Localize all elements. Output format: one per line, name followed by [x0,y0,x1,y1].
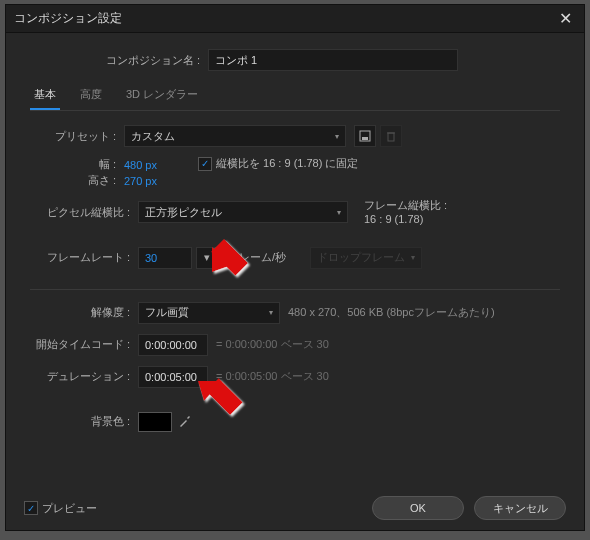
preset-dropdown[interactable]: カスタム ▾ [124,125,346,147]
duration-note: = 0:00:05:00 ベース 30 [216,369,329,384]
dialog: コンポジション設定 ✕ コンポジション名 : 基本 高度 3D レンダラー プリ… [5,4,585,531]
bgcolor-label: 背景色 : [30,414,130,429]
width-label: 幅 : [52,157,116,172]
tab-basic[interactable]: 基本 [30,81,60,110]
preview-label: プレビュー [42,501,97,516]
tabs: 基本 高度 3D レンダラー [30,81,560,111]
height-value[interactable]: 270 [124,175,142,187]
lock-aspect-check[interactable]: 縦横比を 16 : 9 (1.78) に固定 [198,156,358,171]
width-value[interactable]: 480 [124,159,142,171]
preset-value: カスタム [131,129,175,144]
titlebar: コンポジション設定 ✕ [6,5,584,33]
tab-advanced[interactable]: 高度 [76,81,106,110]
checkbox-lock-aspect[interactable] [198,157,212,171]
duration-label: デュレーション : [30,369,130,384]
dialog-title: コンポジション設定 [14,10,122,27]
checkbox-preview[interactable] [24,501,38,515]
resolution-dropdown[interactable]: フル画質 ▾ [138,302,280,324]
resolution-note: 480 x 270、506 KB (8bpcフレームあたり) [288,305,495,320]
framerate-note: フレーム/秒 [228,250,286,265]
close-icon[interactable]: ✕ [555,9,576,28]
duration-input[interactable] [138,366,208,388]
frame-aspect-label: フレーム縦横比 : [364,198,447,212]
dropframe-value: ドロップフレーム [317,250,405,265]
framerate-stepper[interactable]: ▾ [196,247,218,269]
comp-name-input[interactable] [208,49,458,71]
resolution-value: フル画質 [145,305,189,320]
pixel-aspect-label: ピクセル縦横比 : [30,205,130,220]
framerate-label: フレームレート : [30,250,130,265]
chevron-down-icon: ▾ [411,253,415,262]
start-tc-label: 開始タイムコード : [30,337,130,352]
lock-aspect-label: 縦横比を 16 : 9 (1.78) に固定 [216,156,358,171]
eyedropper-icon[interactable] [178,414,192,430]
pixel-aspect-dropdown[interactable]: 正方形ピクセル ▾ [138,201,348,223]
tab-renderer[interactable]: 3D レンダラー [122,81,202,110]
start-tc-input[interactable] [138,334,208,356]
height-label: 高さ : [52,173,116,188]
dropframe-dropdown: ドロップフレーム ▾ [310,247,422,269]
framerate-input[interactable] [138,247,192,269]
svg-rect-2 [388,133,394,141]
chevron-down-icon: ▾ [269,308,273,317]
start-tc-note: = 0:00:00:00 ベース 30 [216,337,329,352]
svg-rect-1 [362,137,368,140]
chevron-down-icon: ▾ [204,251,210,264]
preset-delete-icon [380,125,402,147]
chevron-down-icon: ▾ [337,208,341,217]
width-unit: px [145,159,157,171]
preset-label: プリセット : [52,129,116,144]
height-unit: px [145,175,157,187]
cancel-button[interactable]: キャンセル [474,496,566,520]
divider [30,289,560,290]
content: コンポジション名 : 基本 高度 3D レンダラー プリセット : カスタム ▾ [6,33,584,486]
chevron-down-icon: ▾ [335,132,339,141]
frame-aspect-value: 16 : 9 (1.78) [364,212,447,226]
bgcolor-swatch[interactable] [138,412,172,432]
preview-check[interactable]: プレビュー [24,501,97,516]
resolution-label: 解像度 : [30,305,130,320]
pixel-aspect-value: 正方形ピクセル [145,205,222,220]
footer: プレビュー OK キャンセル [6,486,584,530]
ok-button[interactable]: OK [372,496,464,520]
comp-name-label: コンポジション名 : [90,53,200,68]
preset-save-icon[interactable] [354,125,376,147]
